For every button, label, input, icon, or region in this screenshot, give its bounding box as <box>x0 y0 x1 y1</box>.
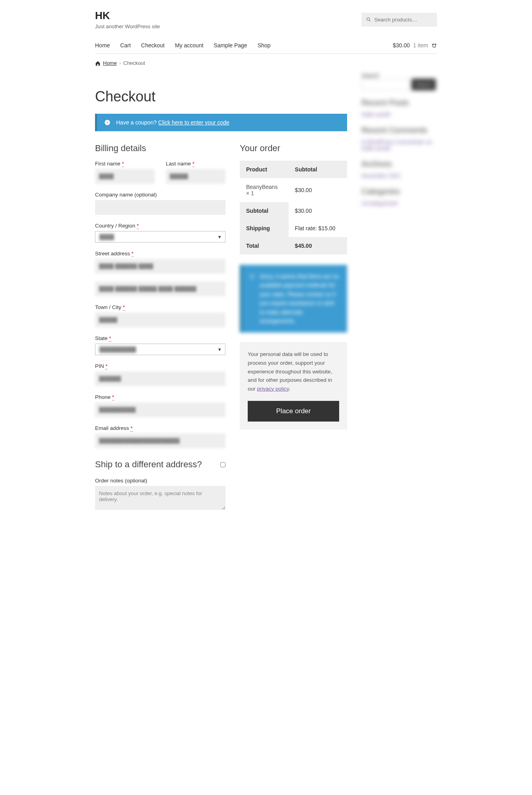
info-icon: i <box>104 119 111 126</box>
first-name-label: First name * <box>95 161 155 167</box>
pin-label: PIN * <box>95 363 225 369</box>
place-order-button[interactable]: Place order <box>248 401 339 422</box>
state-select[interactable]: ██████████ ▾ <box>95 344 225 355</box>
notes-label: Order notes (optional) <box>95 478 225 484</box>
sidebar-search-button[interactable]: Search <box>412 79 436 90</box>
chevron-down-icon: ▾ <box>218 346 221 352</box>
last-name-label: Last name * <box>166 161 225 167</box>
state-label: State * <box>95 335 225 341</box>
privacy-link[interactable]: privacy policy <box>257 386 289 392</box>
recent-posts-heading: Recent Posts <box>361 98 437 107</box>
nav-shop[interactable]: Shop <box>258 42 271 49</box>
breadcrumb-current: Checkout <box>123 60 145 66</box>
svg-line-1 <box>369 20 371 21</box>
order-item-price: $30.00 <box>289 178 347 202</box>
payment-notice: ⓘ Sorry, it seems that there are no avai… <box>240 265 347 332</box>
ship-heading: Ship to a different address? <box>95 459 202 470</box>
coupon-prompt: Have a coupon? <box>116 119 157 126</box>
col-product: Product <box>240 161 289 178</box>
archives-heading: Archives <box>361 159 437 169</box>
site-title: HK <box>95 10 160 22</box>
recent-comments-heading: Recent Comments <box>361 126 437 135</box>
subtotal-value: $30.00 <box>289 202 347 220</box>
company-input[interactable] <box>95 200 225 215</box>
subtotal-label: Subtotal <box>240 202 289 220</box>
street-label: Street address * <box>95 251 225 257</box>
street-input-1[interactable] <box>95 259 225 274</box>
total-value: $45.00 <box>289 237 347 255</box>
total-label: Total <box>240 237 289 255</box>
billing-heading: Billing details <box>95 143 225 154</box>
nav-account[interactable]: My account <box>175 42 204 49</box>
order-heading: Your order <box>240 143 347 154</box>
nav-checkout[interactable]: Checkout <box>141 42 165 49</box>
page-title: Checkout <box>95 88 347 105</box>
breadcrumb-home[interactable]: Home <box>103 60 117 66</box>
svg-text:i: i <box>107 121 108 124</box>
city-input[interactable] <box>95 313 225 327</box>
nav-sample[interactable]: Sample Page <box>214 42 247 49</box>
breadcrumb-sep: › <box>119 60 121 66</box>
basket-icon <box>431 43 437 48</box>
notes-input[interactable] <box>95 486 225 510</box>
home-icon <box>95 60 101 66</box>
site-tagline: Just another WordPress site <box>95 23 160 29</box>
last-name-input[interactable] <box>166 169 225 184</box>
privacy-notice: Your personal data will be used to proce… <box>240 342 347 430</box>
sidebar-item-label: Search <box>361 72 437 79</box>
ship-checkbox[interactable] <box>220 462 225 467</box>
svg-point-0 <box>367 17 370 20</box>
list-item[interactable]: November 2021 <box>361 173 437 179</box>
street-input-2[interactable] <box>95 282 225 296</box>
nav-links: Home Cart Checkout My account Sample Pag… <box>95 42 270 49</box>
company-label: Company name (optional) <box>95 192 225 198</box>
cart-summary[interactable]: $30.00 1 item <box>393 42 437 49</box>
col-subtotal: Subtotal <box>289 161 347 178</box>
country-label: Country / Region * <box>95 223 225 229</box>
shipping-value: Flat rate: $15.00 <box>289 220 347 237</box>
coupon-link[interactable]: Click here to enter your code <box>158 119 229 126</box>
order-item: BeanyBeans × 1 <box>240 178 289 202</box>
country-select[interactable]: ████ ▾ <box>95 231 225 243</box>
search-box[interactable] <box>361 13 437 27</box>
cart-count: 1 item <box>413 42 428 49</box>
phone-input[interactable] <box>95 402 225 417</box>
breadcrumb: Home › Checkout <box>95 54 437 72</box>
shipping-label: Shipping <box>240 220 289 237</box>
order-table: Product Subtotal BeanyBeans × 1 $30.00 S… <box>240 161 347 255</box>
pin-input[interactable] <box>95 371 225 386</box>
list-item[interactable]: Uncategorized <box>361 200 437 206</box>
coupon-banner: i Have a coupon? Click here to enter you… <box>95 114 347 131</box>
search-icon <box>366 17 371 22</box>
search-input[interactable] <box>374 17 432 23</box>
cart-total: $30.00 <box>393 42 410 49</box>
phone-label: Phone * <box>95 394 225 400</box>
list-item[interactable]: A WordPress Commenter on Hello world! <box>361 139 437 152</box>
sidebar: Search Search Recent Posts Hello world! … <box>361 72 437 209</box>
email-input[interactable] <box>95 433 225 448</box>
categories-heading: Categories <box>361 187 437 196</box>
chevron-down-icon: ▾ <box>218 234 221 240</box>
nav-home[interactable]: Home <box>95 42 110 49</box>
email-label: Email address * <box>95 425 225 431</box>
first-name-input[interactable] <box>95 169 155 184</box>
city-label: Town / City * <box>95 304 225 310</box>
sidebar-search-input[interactable] <box>361 79 409 90</box>
nav-cart[interactable]: Cart <box>120 42 130 49</box>
list-item[interactable]: Hello world! <box>361 111 437 118</box>
